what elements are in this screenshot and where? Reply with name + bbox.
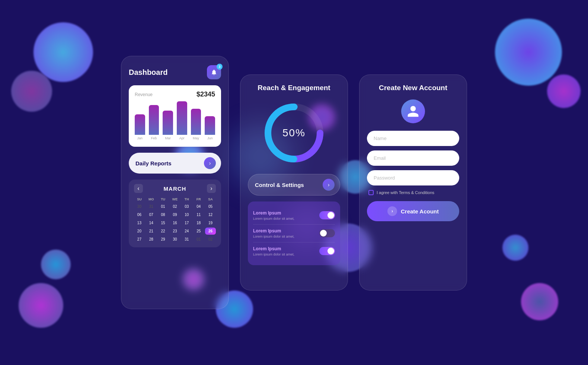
setting-desc: Lorem ipsum dolor sit amet, — [253, 235, 294, 238]
calendar-day-header: MO — [146, 197, 157, 202]
calendar-day[interactable]: 22 — [158, 228, 169, 235]
calendar-day[interactable]: 01 — [193, 236, 204, 243]
setting-text: Lorem IpsumLorem ipsum dolor sit amet, — [253, 210, 294, 220]
calendar-day[interactable]: 01 — [158, 203, 169, 210]
bar-item: May — [191, 109, 201, 140]
calendar-day[interactable]: 17 — [181, 219, 192, 226]
calendar-day[interactable]: 24 — [181, 228, 192, 235]
daily-reports-label: Daily Reports — [135, 160, 172, 166]
engagement-card: Reach & Engagement 50% Control & Setting… — [240, 74, 348, 291]
setting-title: Lorem Ipsum — [253, 210, 294, 216]
calendar-day[interactable]: 20 — [134, 228, 145, 235]
calendar-day[interactable]: 30 — [134, 203, 145, 210]
calendar-day[interactable]: 13 — [134, 219, 145, 226]
settings-card: Lorem IpsumLorem ipsum dolor sit amet,Lo… — [248, 201, 340, 265]
calendar-day[interactable]: 25 — [193, 228, 204, 235]
name-input[interactable] — [367, 131, 459, 146]
calendar-day[interactable]: 08 — [158, 211, 169, 218]
calendar-next-button[interactable]: › — [207, 184, 216, 193]
create-account-label: Create Acount — [401, 208, 439, 215]
revenue-header: Revenue $2345 — [135, 91, 215, 98]
blob-14 — [521, 283, 558, 320]
bar-item: Jan — [135, 114, 145, 140]
bar-label: Mar — [165, 136, 171, 140]
blob-11 — [495, 19, 562, 86]
bar-label: Feb — [151, 136, 157, 140]
setting-desc: Lorem ipsum dolor sit amet, — [253, 253, 294, 256]
calendar-day[interactable]: 02 — [205, 236, 216, 243]
notification-button[interactable]: 3 — [207, 65, 221, 79]
calendar-day[interactable]: 02 — [170, 203, 180, 210]
bar-label: Apr — [179, 136, 185, 140]
terms-checkbox[interactable] — [368, 190, 374, 195]
create-account-title: Create New Account — [367, 84, 459, 92]
create-account-button[interactable]: › Create Acount — [367, 201, 459, 221]
calendar-day[interactable]: 11 — [193, 211, 204, 218]
calendar-day[interactable]: 04 — [193, 203, 204, 210]
avatar — [401, 99, 425, 123]
calendar-day[interactable]: 15 — [158, 219, 169, 226]
calendar-day[interactable]: 30 — [170, 236, 180, 243]
daily-reports-button[interactable]: Daily Reports › — [129, 153, 221, 174]
calendar-day[interactable]: 31 — [181, 236, 192, 243]
calendar-day[interactable]: 07 — [146, 211, 157, 218]
blob-3 — [41, 250, 71, 279]
calendar-day[interactable]: 18 — [193, 219, 204, 226]
calendar-header: ‹ MARCH › — [134, 184, 216, 193]
blob-1 — [33, 22, 93, 82]
calendar-grid: SUMOTUWETHFRSA30310102030405060708091011… — [134, 197, 216, 243]
toggle-switch[interactable] — [319, 211, 335, 219]
calendar-day[interactable]: 06 — [134, 211, 145, 218]
calendar-day[interactable]: 03 — [181, 203, 192, 210]
calendar-day-header: SA — [205, 197, 216, 202]
daily-reports-arrow: › — [204, 157, 216, 169]
calendar-card: ‹ MARCH › SUMOTUWETHFRSA3031010203040506… — [129, 180, 221, 247]
calendar-day[interactable]: 12 — [205, 211, 216, 218]
toggle-switch[interactable] — [319, 247, 335, 255]
calendar-day-header: TH — [181, 197, 192, 202]
bar — [177, 101, 187, 135]
calendar-day[interactable]: 29 — [158, 236, 169, 243]
calendar-day[interactable]: 16 — [170, 219, 180, 226]
calendar-day[interactable]: 14 — [146, 219, 157, 226]
bar-label: Jan — [137, 136, 143, 140]
setting-text: Lorem IpsumLorem ipsum dolor sit amet, — [253, 246, 294, 256]
calendar-day[interactable]: 27 — [134, 236, 145, 243]
calendar-day-header: WE — [170, 197, 180, 202]
calendar-day[interactable]: 05 — [205, 203, 216, 210]
calendar-prev-button[interactable]: ‹ — [134, 184, 143, 193]
setting-title: Lorem Ipsum — [253, 246, 294, 251]
email-input[interactable] — [367, 150, 459, 166]
setting-row: Lorem IpsumLorem ipsum dolor sit amet, — [253, 242, 335, 260]
dashboard-card: Dashboard 3 Revenue $2345 JanFebMarAprMa… — [121, 56, 229, 309]
bar — [163, 111, 173, 135]
calendar-day[interactable]: 23 — [170, 228, 180, 235]
notification-badge: 3 — [217, 64, 223, 70]
avatar-wrap — [367, 99, 459, 123]
control-settings-label: Control & Settings — [255, 182, 304, 188]
terms-row: I agree with Terms & Conditions — [367, 190, 459, 195]
bar-item: Jun — [205, 116, 215, 140]
user-icon — [406, 105, 420, 118]
calendar-day-header: FR — [193, 197, 204, 202]
toggle-switch[interactable] — [319, 229, 335, 237]
bar-label: May — [193, 136, 199, 140]
bell-icon — [211, 69, 217, 76]
bar — [191, 109, 201, 135]
revenue-label: Revenue — [135, 92, 153, 97]
create-account-header: Create New Account — [367, 84, 459, 92]
dashboard-title: Dashboard — [129, 68, 167, 77]
password-input[interactable] — [367, 170, 459, 185]
calendar-day[interactable]: 09 — [170, 211, 180, 218]
calendar-day[interactable]: 10 — [181, 211, 192, 218]
create-arrow-icon: › — [387, 206, 397, 216]
control-settings-button[interactable]: Control & Settings › — [248, 174, 340, 196]
calendar-month: MARCH — [164, 185, 186, 192]
calendar-day[interactable]: 31 — [146, 203, 157, 210]
calendar-day[interactable]: 21 — [146, 228, 157, 235]
blob-2 — [11, 71, 52, 112]
calendar-day[interactable]: 28 — [146, 236, 157, 243]
calendar-day[interactable]: 19 — [205, 219, 216, 226]
calendar-day-header: TU — [158, 197, 169, 202]
calendar-day[interactable]: 26 — [205, 228, 216, 235]
